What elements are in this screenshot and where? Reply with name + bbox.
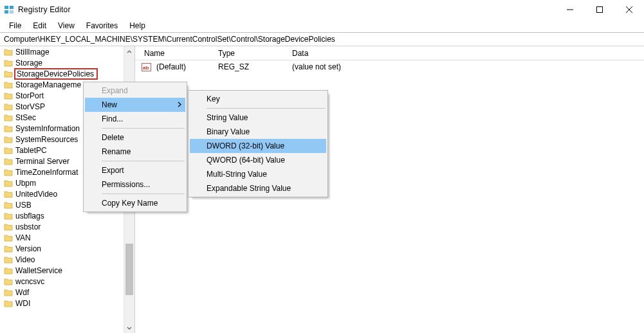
svg-rect-2 <box>5 10 8 14</box>
scroll-thumb[interactable] <box>125 244 133 295</box>
tree-item[interactable]: Storage <box>0 57 124 68</box>
ctx-separator <box>102 128 185 129</box>
tree-item-label: UnitedVideo <box>15 190 57 199</box>
string-value-icon: ab <box>142 62 151 72</box>
maximize-button[interactable] <box>585 0 614 19</box>
ctx-permissions[interactable]: Permissions... <box>85 177 185 192</box>
tree-item[interactable]: usbstor <box>0 221 124 232</box>
tree-item[interactable]: wcncsvc <box>0 276 124 287</box>
folder-icon <box>4 190 13 199</box>
tree-item[interactable]: StorageDevicePolicies <box>0 68 124 79</box>
submenu-arrow-icon <box>178 100 181 109</box>
ctx-new-option[interactable]: QWORD (64-bit) Value <box>190 153 326 167</box>
column-header-type[interactable]: Type <box>216 47 290 60</box>
folder-icon <box>4 244 13 253</box>
value-name: (Default) <box>154 62 216 71</box>
folder-icon <box>4 124 13 133</box>
tree-item-label: Storage <box>15 59 42 68</box>
value-type: REG_SZ <box>216 62 290 71</box>
ctx-copy-key-name[interactable]: Copy Key Name <box>85 196 185 210</box>
ctx-new-option[interactable]: Multi-String Value <box>190 167 326 181</box>
scroll-up-button[interactable] <box>124 46 134 57</box>
value-row[interactable]: ab (Default) REG_SZ (value not set) <box>135 60 644 73</box>
ctx-separator <box>207 108 326 109</box>
tree-item[interactable]: StillImage <box>0 46 124 57</box>
folder-icon <box>4 299 13 308</box>
tree-item-label: TabletPC <box>15 146 47 155</box>
context-submenu-new: KeyString ValueBinary ValueDWORD (32-bit… <box>188 90 328 197</box>
tree-item-label: TimeZoneInformat <box>15 168 78 177</box>
tree-item[interactable]: Video <box>0 254 124 265</box>
tree-item-label: USB <box>15 201 32 210</box>
tree-item-label: StillImage <box>15 48 50 57</box>
menu-file[interactable]: File <box>4 20 26 32</box>
tree-item[interactable]: Wdf <box>0 287 124 298</box>
folder-icon <box>4 233 13 242</box>
tree-item-label: SystemResources <box>15 135 78 144</box>
menu-view[interactable]: View <box>53 20 80 32</box>
ctx-new-option[interactable]: Binary Value <box>190 125 326 139</box>
ctx-export[interactable]: Export <box>85 163 185 177</box>
folder-icon <box>4 59 13 68</box>
ctx-new-option[interactable]: DWORD (32-bit) Value <box>190 139 326 153</box>
svg-rect-3 <box>10 10 14 14</box>
folder-icon <box>4 168 13 177</box>
tree-item-label: VAN <box>15 233 31 242</box>
values-header: Name Type Data <box>135 46 644 60</box>
svg-rect-0 <box>5 6 8 9</box>
ctx-new-option[interactable]: Expandable String Value <box>190 181 326 195</box>
window-title: Registry Editor <box>18 5 71 14</box>
folder-icon <box>4 80 13 89</box>
folder-icon <box>4 91 13 100</box>
folder-icon <box>4 201 13 210</box>
folder-icon <box>4 135 13 144</box>
menu-help[interactable]: Help <box>124 20 151 32</box>
tree-item-label: StSec <box>15 113 36 122</box>
close-button[interactable] <box>614 0 644 19</box>
value-data: (value not set) <box>290 62 644 71</box>
folder-icon <box>4 157 13 166</box>
tree-item-label: Terminal Server <box>15 157 69 166</box>
folder-icon <box>4 69 13 78</box>
ctx-find[interactable]: Find... <box>85 112 185 126</box>
tree-item-label: Wdf <box>15 288 29 297</box>
column-header-data[interactable]: Data <box>290 47 644 60</box>
ctx-new[interactable]: New <box>85 98 185 112</box>
tree-item-label: StorPort <box>15 91 44 100</box>
tree-item-label: usbstor <box>15 222 41 231</box>
address-bar[interactable]: Computer\HKEY_LOCAL_MACHINE\SYSTEM\Curre… <box>0 32 644 46</box>
folder-icon <box>4 222 13 231</box>
tree-item-label: Video <box>15 255 35 264</box>
ctx-separator <box>102 161 185 161</box>
tree-item-label: Ubpm <box>15 179 36 188</box>
svg-rect-1 <box>10 6 14 9</box>
minimize-button[interactable] <box>555 0 585 19</box>
title-bar: Registry Editor <box>0 0 644 19</box>
ctx-new-option[interactable]: String Value <box>190 111 326 125</box>
tree-item[interactable]: WDI <box>0 298 124 309</box>
folder-icon <box>4 288 13 297</box>
ctx-delete[interactable]: Delete <box>85 130 185 145</box>
tree-item-label: WDI <box>15 299 30 308</box>
folder-icon <box>4 277 13 286</box>
ctx-rename[interactable]: Rename <box>85 145 185 159</box>
tree-item[interactable]: VAN <box>0 232 124 243</box>
regedit-icon <box>4 4 14 15</box>
tree-item-label: StorageManageme <box>15 80 81 89</box>
ctx-expand[interactable]: Expand <box>85 84 185 98</box>
menu-edit[interactable]: Edit <box>28 20 51 32</box>
folder-icon <box>4 179 13 188</box>
svg-rect-5 <box>597 6 603 12</box>
folder-icon <box>4 146 13 155</box>
tree-item[interactable]: Version <box>0 243 124 254</box>
svg-text:ab: ab <box>143 65 149 71</box>
scroll-down-button[interactable] <box>124 322 134 333</box>
context-menu: Expand New Find... Delete Rename Export … <box>83 82 187 212</box>
ctx-separator <box>102 194 185 194</box>
folder-icon <box>4 255 13 264</box>
column-header-name[interactable]: Name <box>142 47 216 60</box>
tree-item[interactable]: WalletService <box>0 265 124 276</box>
ctx-new-option[interactable]: Key <box>190 92 326 106</box>
menu-favorites[interactable]: Favorites <box>81 20 123 32</box>
folder-icon <box>4 113 13 122</box>
